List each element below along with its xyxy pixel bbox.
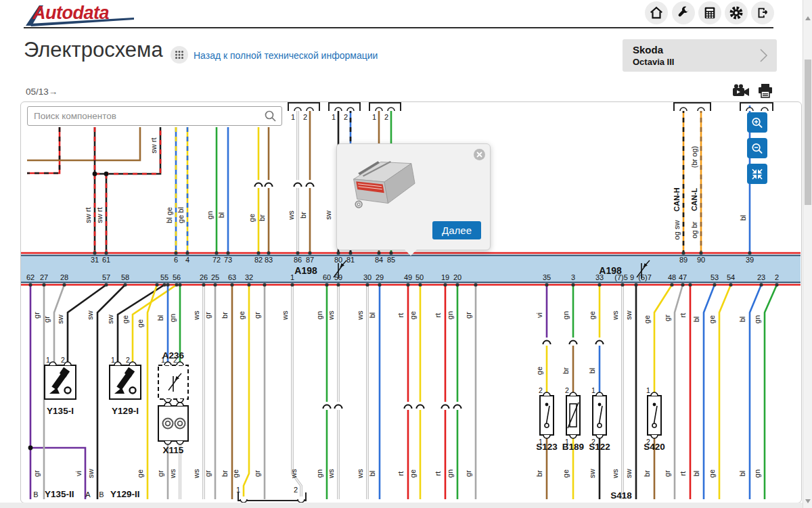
logo-text: Autodata (32, 3, 109, 24)
component-search (27, 106, 282, 126)
apps-grid-icon[interactable] (171, 46, 188, 64)
next-button[interactable]: Далее (432, 221, 481, 239)
back-to-tech-info-link[interactable]: Назад к полной технической информации (194, 50, 378, 61)
scroll-up-arrow-icon[interactable] (805, 16, 811, 20)
zoom-out-icon (751, 142, 763, 155)
zoom-in-icon (751, 116, 763, 129)
fit-screen-icon (751, 168, 763, 181)
component-photo (344, 149, 425, 214)
scroll-down-arrow-icon[interactable] (805, 499, 811, 503)
tools-icon[interactable] (672, 1, 695, 24)
close-icon[interactable] (474, 149, 485, 160)
zoom-out-button[interactable] (747, 138, 767, 158)
vehicle-selector[interactable]: Skoda Octavia III (623, 39, 777, 72)
vehicle-make: Skoda (633, 44, 663, 55)
autodata-wiring-page: Autodata Электросхема Назад к полной тех… (0, 0, 812, 508)
calculator-icon[interactable] (698, 1, 721, 24)
settings-icon[interactable] (725, 1, 748, 24)
scrollbar-thumb[interactable] (805, 60, 811, 205)
page-scrollbar (803, 0, 812, 508)
zoom-in-button[interactable] (747, 112, 767, 133)
search-input[interactable] (28, 107, 269, 125)
fit-to-screen-button[interactable] (747, 164, 767, 184)
search-icon[interactable] (264, 110, 277, 122)
component-popup: Далее (336, 143, 491, 250)
video-tutorial-icon[interactable] (732, 84, 750, 100)
page-footer-strip (0, 503, 803, 508)
popup-callout-notch (405, 250, 417, 256)
print-icon[interactable] (757, 83, 773, 101)
vehicle-model: Octavia III (633, 57, 674, 67)
header-divider (24, 27, 773, 28)
chevron-right-icon (758, 47, 769, 64)
home-icon[interactable] (645, 1, 668, 24)
page-title: Электросхема (24, 38, 163, 62)
logout-icon[interactable] (751, 1, 774, 24)
page-indicator: 05/13→ (26, 87, 58, 97)
